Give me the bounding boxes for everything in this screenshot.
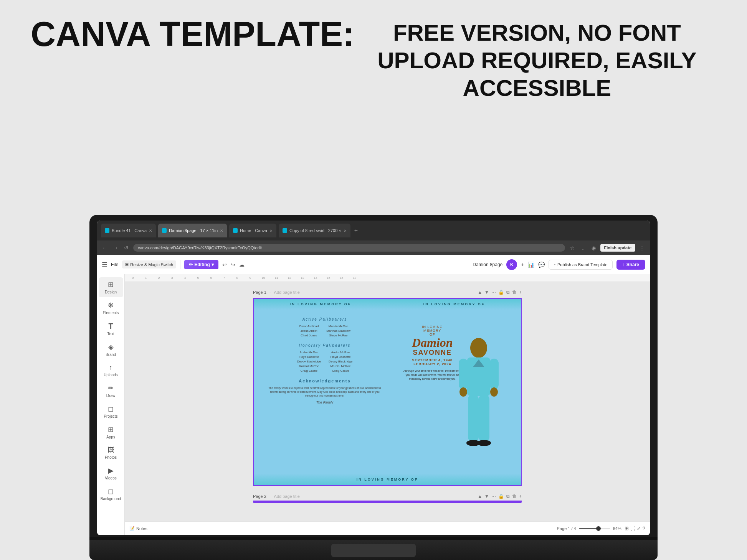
honorary-col-2: Andre McRae Floyd Bassette Devoy Blackri…: [329, 351, 352, 372]
download-icon[interactable]: ↓: [579, 245, 587, 251]
sidebar-item-background[interactable]: ◻ Background: [99, 484, 123, 504]
ruler-mark-1: 1: [139, 276, 152, 280]
fullscreen-button[interactable]: ⤢: [637, 525, 641, 531]
page-more-icon[interactable]: ⋯: [491, 290, 496, 295]
add-collaborator-button[interactable]: +: [521, 262, 524, 268]
tab-add-button[interactable]: +: [354, 227, 358, 234]
page-lock-icon[interactable]: 🔒: [498, 290, 504, 295]
page-zoom-thumb[interactable]: [596, 526, 601, 531]
pallbearer-3: Chad Jones: [301, 334, 317, 337]
page-2-delete-icon[interactable]: 🗑: [512, 494, 517, 499]
page-2-bar: [253, 501, 522, 503]
active-pallbearers-col-2: Marvin McRae Marthas Blacklaw Steve McRa…: [326, 324, 350, 337]
svg-rect-8: [468, 395, 479, 441]
page-2-lock-icon[interactable]: 🔒: [498, 494, 504, 499]
address-bar-field[interactable]: canva.com/design/DAGAY9crRlw/K33jtQXT2Ry…: [133, 244, 565, 252]
help-button[interactable]: ?: [643, 525, 645, 531]
sidebar-item-photos[interactable]: 🖼 Photos: [99, 443, 123, 463]
design-icon: ⊞: [108, 280, 114, 289]
canva-ui: Bundle 41 - Canva ✕ Damion 8page - 17 × …: [97, 221, 650, 535]
honorary-2: Floyd Bassette: [299, 355, 319, 359]
tab-close-2[interactable]: ✕: [220, 229, 223, 233]
page-1-separator: -: [269, 290, 271, 295]
canva-sidebar: ⊞ Design ❋ Elements T Text: [97, 274, 125, 535]
page-1-add-title[interactable]: Add page title: [274, 290, 300, 295]
honorary-9: Marcial McRae: [330, 364, 350, 368]
ruler-mark-16: 16: [335, 276, 348, 280]
share-icon: ↑: [623, 262, 625, 267]
editing-button[interactable]: ✏ Editing ▾: [184, 260, 218, 269]
ruler-mark-3: 3: [165, 276, 178, 280]
page-2-add-title[interactable]: Add page title: [274, 494, 300, 499]
undo-button[interactable]: ↩: [222, 262, 227, 268]
design-page-1[interactable]: IN LOVING MEMORY OF IN LOVING MEMORY OF: [253, 298, 522, 486]
sidebar-item-text[interactable]: T Text: [99, 319, 123, 339]
page-copy-icon[interactable]: ⧉: [506, 290, 510, 295]
nav-forward-button[interactable]: →: [112, 245, 119, 251]
browser-tab-1[interactable]: Bundle 41 - Canva ✕: [101, 224, 156, 237]
page-zoom-slider[interactable]: [579, 528, 610, 529]
finish-update-button[interactable]: Finish update: [600, 244, 636, 252]
notes-button[interactable]: 📝 Notes: [129, 526, 147, 531]
share-button[interactable]: ↑ Share: [616, 260, 645, 270]
page-delete-icon[interactable]: 🗑: [512, 290, 517, 295]
honorary-10: Craig Castle: [332, 369, 349, 372]
browser-tab-4[interactable]: Copy of 8 red swirl - 2700 × ✕: [279, 224, 350, 237]
ruler-mark-14: 14: [309, 276, 322, 280]
tab-favicon-1: [105, 228, 109, 233]
profile-icon[interactable]: ◉: [590, 245, 598, 251]
page-2-copy-icon[interactable]: ⧉: [506, 494, 510, 499]
sidebar-item-design[interactable]: ⊞ Design: [99, 277, 123, 297]
acknowledgements-text: The family wishes to express their heart…: [265, 386, 384, 397]
comments-icon[interactable]: 💬: [538, 262, 545, 268]
page-2-add-icon[interactable]: +: [519, 494, 522, 499]
grid-view-button[interactable]: ⊞: [625, 525, 629, 531]
sidebar-item-brand[interactable]: ◈ Brand: [99, 340, 123, 360]
tab-close-3[interactable]: ✕: [269, 229, 273, 233]
analytics-icon[interactable]: 📊: [528, 262, 534, 268]
page-up-icon[interactable]: ▲: [478, 290, 482, 295]
hamburger-icon[interactable]: ☰: [102, 261, 107, 268]
more-options-icon[interactable]: ⋮: [638, 245, 646, 251]
browser-tab-2[interactable]: Damion 8page - 17 × 11in ✕: [158, 224, 227, 237]
user-avatar[interactable]: K: [506, 259, 517, 270]
top-section: CANVA TEMPLATE: FREE VERSION, NO FONTUPL…: [0, 15, 747, 102]
page-2-container: Page 2 - Add page title ▲ ▼ ⋯ 🔒: [253, 494, 522, 509]
laptop-hinge: [89, 537, 658, 540]
canvas-scroll-area[interactable]: Page 1 - Add page title ▲ ▼ ⋯ 🔒: [125, 282, 650, 521]
tab-close-4[interactable]: ✕: [344, 229, 347, 233]
nav-back-button[interactable]: ←: [101, 245, 109, 251]
main-title-left: CANVA TEMPLATE:: [31, 15, 354, 53]
publish-icon: ↑: [554, 262, 556, 267]
page-add-icon[interactable]: +: [519, 290, 522, 295]
file-menu[interactable]: File: [111, 262, 118, 267]
sidebar-label-text: Text: [107, 332, 114, 336]
browser-tab-3[interactable]: Home - Canva ✕: [229, 224, 276, 237]
pallbearer-5: Marthas Blacklaw: [326, 329, 350, 333]
sidebar-label-projects: Projects: [104, 414, 117, 418]
ruler-mark-11: 11: [270, 276, 283, 280]
page-2-up-icon[interactable]: ▲: [478, 494, 482, 499]
editing-label: Editing: [194, 262, 210, 267]
view-buttons: ⊞ ⛶ ⤢ ?: [625, 525, 645, 531]
nav-reload-button[interactable]: ↺: [122, 245, 130, 251]
sidebar-item-apps[interactable]: ⊞ Apps: [99, 422, 123, 442]
sidebar-item-uploads[interactable]: ↑ Uploads: [99, 361, 123, 380]
page-down-icon[interactable]: ▼: [484, 290, 489, 295]
page-2-more-icon[interactable]: ⋯: [491, 494, 496, 499]
bookmark-icon[interactable]: ☆: [568, 245, 577, 251]
edit-icon: ✏: [189, 262, 193, 267]
sidebar-item-elements[interactable]: ❋ Elements: [99, 298, 123, 318]
url-text: canva.com/design/DAGAY9crRlw/K33jtQXT2Ry…: [138, 245, 262, 250]
honorary-pallbearers-section: Honorary Pallbearers Andre McRae Floyd B…: [265, 343, 384, 372]
presentation-view-button[interactable]: ⛶: [630, 525, 635, 531]
page-2-down-icon[interactable]: ▼: [484, 494, 489, 499]
redo-button[interactable]: ↪: [231, 262, 235, 268]
sidebar-item-videos[interactable]: ▶ Videos: [99, 463, 123, 483]
publish-brand-template-button[interactable]: ↑ Publish as Brand Template: [549, 260, 612, 270]
sidebar-item-projects[interactable]: ◻ Projects: [99, 402, 123, 422]
tab-close-1[interactable]: ✕: [149, 229, 152, 233]
resize-magic-switch-button[interactable]: ⊞ Resize & Magic Switch: [122, 260, 176, 268]
sidebar-item-draw[interactable]: ✏ Draw: [99, 381, 123, 401]
honorary-7: Floyd Bassette: [331, 355, 351, 359]
